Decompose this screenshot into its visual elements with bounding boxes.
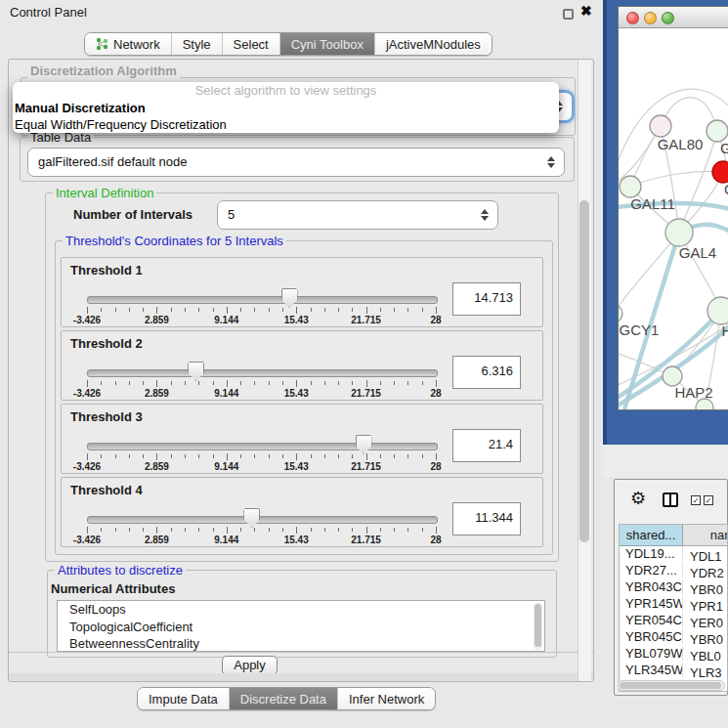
tab-style[interactable]: Style [171, 33, 222, 55]
minimize-window-icon[interactable] [644, 12, 657, 24]
slider-tick-label: 28 [430, 535, 441, 545]
threshold-label: Threshold 2 [70, 336, 143, 351]
zoom-window-icon[interactable] [662, 12, 674, 24]
table-row[interactable]: YDR27...YDR2 [620, 563, 728, 579]
panel-divider [9, 652, 593, 653]
slider-tick [101, 454, 102, 458]
table-row[interactable]: YLR345WYLR3 [620, 663, 728, 679]
slider-thumb[interactable] [188, 362, 204, 381]
threshold-value-field[interactable]: 21.4 [452, 429, 521, 462]
slider-tick-label: -3.426 [73, 535, 101, 545]
tab-label: Infer Network [349, 692, 424, 707]
threshold-value-field[interactable]: 11.344 [452, 502, 521, 535]
table-row[interactable]: YBR045CYBR0 [620, 629, 728, 646]
checkbox-show-icon[interactable]: ✓ [691, 495, 701, 505]
node-gal11[interactable] [620, 176, 641, 197]
slider-tick [101, 381, 102, 385]
node-gcy1[interactable] [619, 305, 622, 322]
cell-shared-name: YBR045C [620, 629, 683, 644]
panel-vertical-scrollbar-thumb[interactable] [579, 200, 589, 542]
tab-network[interactable]: Network [85, 33, 171, 55]
slider-track[interactable] [87, 516, 438, 524]
network-view-window[interactable]: GAL80GACGAL11GAL4GCY1HHAP2 [618, 6, 728, 410]
slider-thumb[interactable] [281, 288, 298, 308]
slider-tick-label: 28 [430, 461, 441, 472]
attribute-item[interactable]: SelfLoops [58, 601, 544, 619]
attribute-item[interactable]: TopologicalCoefficient [58, 619, 544, 636]
table-row[interactable]: YBR043CYBR0 [620, 579, 728, 596]
float-window-icon[interactable] [563, 9, 574, 20]
slider-tick [213, 528, 214, 532]
threshold-panel-3: Threshold 3-3.4262.8599.14415.4321.71528… [61, 404, 543, 474]
threshold-label: Threshold 3 [70, 409, 143, 424]
slider-track[interactable] [87, 443, 438, 450]
slider-tick-label: 15.43 [284, 535, 309, 545]
cell-shared-name: YER054C [620, 613, 683, 627]
close-window-icon[interactable] [626, 12, 639, 24]
column-header-name[interactable]: name [683, 525, 728, 546]
tab-jactivemnodules[interactable]: jActiveMNodules [374, 33, 492, 55]
numerical-attributes-list[interactable]: SelfLoopsTopologicalCoefficientBetweenne… [57, 600, 545, 652]
slider-track[interactable] [87, 369, 438, 377]
network-edge[interactable] [630, 171, 723, 187]
network-canvas[interactable]: GAL80GACGAL11GAL4GCY1HHAP2 [619, 28, 728, 409]
tab-discretize-data[interactable]: Discretize Data [229, 688, 337, 709]
column-header-shared-name[interactable]: shared... [620, 525, 683, 546]
cell-name: YBR0 [683, 582, 723, 597]
table-row[interactable]: YPR145WYPR1 [620, 596, 728, 613]
table-horizontal-scrollbar[interactable] [618, 680, 725, 691]
table-data-combobox[interactable]: galFiltered.sif default node [27, 148, 565, 177]
numerical-attributes-label: Numerical Attributes [51, 581, 175, 596]
tab-label: Style [183, 37, 211, 52]
node-label: GCY1 [620, 321, 660, 338]
close-panel-icon[interactable]: ✖ [580, 3, 592, 19]
node-table[interactable]: shared... name YDL19...YDL1YDR27...YDR2Y… [619, 524, 728, 692]
table-row[interactable]: YBL079WYBL0 [620, 646, 728, 663]
tab-cyni-toolbox[interactable]: Cyni Toolbox [279, 33, 374, 55]
slider-tick [240, 381, 241, 385]
node-label: GAL11 [630, 195, 675, 212]
checkbox-hide-icon[interactable]: ✓ [704, 495, 713, 505]
cell-name: YPR1 [683, 599, 723, 614]
number-of-intervals-combobox[interactable]: 5 [217, 200, 498, 230]
attributes-list-scrollbar[interactable] [534, 603, 542, 650]
node-h[interactable] [707, 297, 728, 324]
slider-tick [282, 308, 283, 312]
tab-label: Discretize Data [240, 692, 326, 707]
cell-shared-name: YDR27... [620, 563, 683, 578]
slider-tick [436, 307, 437, 314]
tab-infer-network[interactable]: Infer Network [337, 688, 435, 709]
slider-tick [282, 528, 283, 532]
network-edge[interactable] [619, 233, 679, 314]
slider-tick [352, 381, 353, 385]
table-row[interactable]: YER054CYER0 [620, 613, 728, 629]
tab-select[interactable]: Select [222, 33, 279, 55]
combo-stepper-icon [481, 209, 489, 221]
attribute-item[interactable]: BetweennessCentrality [58, 635, 544, 652]
gear-icon[interactable]: ⚙ [630, 488, 646, 509]
node-hap2[interactable] [663, 366, 682, 386]
columns-icon[interactable] [663, 492, 678, 507]
tab-impute-data[interactable]: Impute Data [138, 688, 229, 709]
algorithm-option-manual[interactable]: Manual Discretization [13, 100, 559, 116]
node-top-right[interactable] [707, 120, 728, 142]
slider-tick [407, 528, 408, 532]
node-red[interactable] [712, 161, 728, 183]
apply-button[interactable]: Apply [222, 656, 278, 675]
slider-tick [422, 454, 423, 458]
slider-tick [338, 528, 339, 532]
slider-thumb[interactable] [356, 435, 372, 454]
algorithm-placeholder-option[interactable]: Select algorithm to view settings [13, 82, 559, 100]
slider-thumb[interactable] [243, 508, 260, 528]
thresholds-group-title: Threshold's Coordinates for 5 Intervals [63, 234, 286, 248]
slider-track[interactable] [87, 296, 438, 304]
table-row[interactable]: YDL19...YDL1 [620, 546, 728, 563]
threshold-value-field[interactable]: 6.316 [452, 356, 521, 389]
node-gal4[interactable] [665, 219, 693, 246]
threshold-value-field[interactable]: 14.713 [452, 282, 521, 316]
slider-tick-label: -3.426 [73, 461, 101, 472]
slider-tick [380, 381, 381, 385]
algorithm-option-equal-width[interactable]: Equal Width/Frequency Discretization [13, 116, 559, 133]
node-gal80[interactable] [650, 115, 671, 137]
slider-tick [380, 308, 381, 312]
